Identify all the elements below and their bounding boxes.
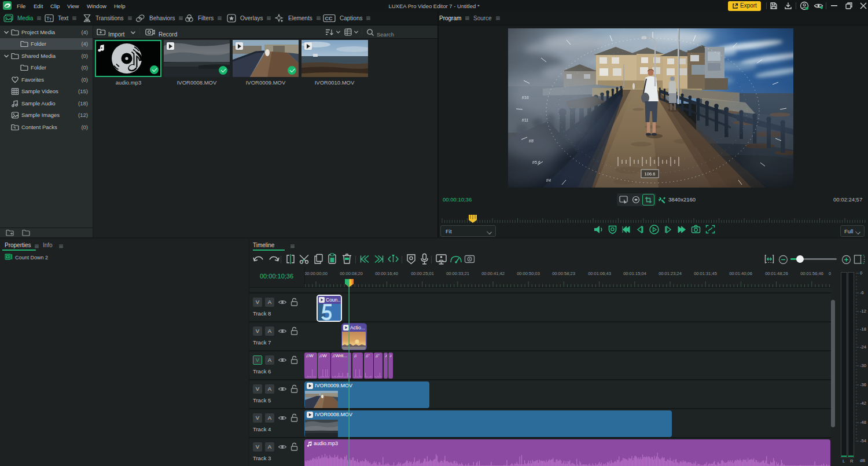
- svg-text:f/16: f/16: [522, 96, 529, 100]
- svg-text:f/5.6: f/5.6: [532, 160, 540, 164]
- svg-text:f/8: f/8: [529, 139, 534, 143]
- svg-text:106.6: 106.6: [645, 171, 656, 177]
- svg-text:f/11: f/11: [522, 118, 528, 122]
- svg-text:f/4: f/4: [546, 178, 551, 182]
- svg-text:CC: CC: [325, 16, 333, 21]
- svg-text:T: T: [49, 17, 52, 21]
